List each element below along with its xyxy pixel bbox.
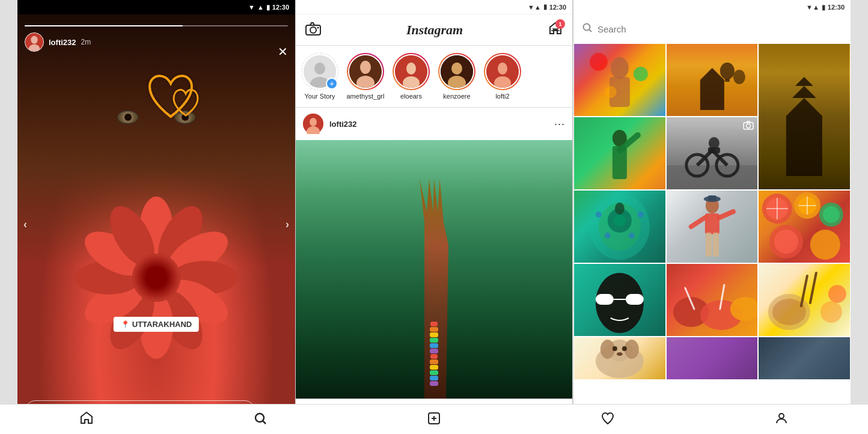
battery-icon: ▮ <box>266 4 270 11</box>
story-label-eloears: eloears <box>400 93 422 100</box>
location-text: UTTARAKHAND <box>132 320 192 329</box>
story-ring-kenzoere <box>438 53 475 90</box>
story-prev-button[interactable]: ‹ <box>23 218 27 231</box>
grid-item-dog[interactable] <box>574 337 665 379</box>
story-item-lofti2[interactable]: lofti2 <box>483 53 522 100</box>
dog-svg <box>574 337 665 379</box>
avatar-eloears <box>395 55 427 88</box>
explore-battery-icon: ▮ <box>822 4 825 11</box>
story-avatar[interactable] <box>25 32 44 52</box>
grid-item-peacock[interactable] <box>574 191 665 263</box>
your-story-item[interactable]: + Your Story <box>301 53 339 100</box>
svg-rect-59 <box>786 116 822 176</box>
svg-rect-66 <box>667 165 757 189</box>
explore-nav-heart-button[interactable] <box>601 411 615 428</box>
story-ring-inner-amethyst <box>348 54 383 89</box>
story-item-kenzoere[interactable]: kenzoere <box>438 53 476 100</box>
svg-point-46 <box>584 23 590 30</box>
svg-point-51 <box>634 67 648 81</box>
svg-point-55 <box>720 63 734 79</box>
temple-svg <box>759 44 850 189</box>
grid-item-temple-tall[interactable] <box>759 44 850 189</box>
post-more-button[interactable]: ··· <box>554 118 565 130</box>
svg-point-23 <box>314 63 325 75</box>
svg-rect-53 <box>700 80 724 110</box>
signal-icon: ▼ <box>248 4 255 11</box>
story-ring-inner-kenzoere <box>439 54 474 89</box>
your-story-label: Your Story <box>305 93 335 100</box>
story-label-amethyst: amethyst_grl <box>347 93 385 100</box>
svg-rect-87 <box>712 233 718 257</box>
svg-point-70 <box>708 137 719 149</box>
grid-item-holi[interactable] <box>574 44 665 116</box>
feed-header: Instagram 1 <box>296 14 572 46</box>
svg-point-130 <box>779 414 784 418</box>
svg-point-32 <box>451 63 462 75</box>
svg-point-81 <box>629 233 635 239</box>
svg-point-80 <box>605 233 611 239</box>
notifications-button[interactable]: 1 <box>548 22 563 38</box>
story-ring-inner-eloears <box>394 54 429 89</box>
gem-strip <box>419 322 449 386</box>
svg-point-18 <box>310 27 316 33</box>
search-input[interactable] <box>598 24 842 34</box>
grid-row-5 <box>574 337 850 379</box>
story-item-amethyst[interactable]: amethyst_grl <box>346 53 385 100</box>
svg-point-19 <box>317 26 319 28</box>
story-ring-eloears <box>393 53 430 90</box>
grid-item-balloon[interactable] <box>667 44 758 116</box>
grid-item-citrus[interactable] <box>759 191 850 263</box>
feed-signal-icon: ▼▲ <box>528 4 541 11</box>
grid-item-dark[interactable] <box>759 337 850 379</box>
grid-row-4 <box>574 264 850 336</box>
notification-badge: 1 <box>555 19 565 29</box>
svg-point-78 <box>596 212 602 218</box>
svg-point-57 <box>733 70 745 84</box>
peacock-svg <box>574 191 665 263</box>
svg-point-35 <box>498 63 507 75</box>
add-story-button[interactable]: + <box>326 78 338 90</box>
svg-point-48 <box>611 57 629 79</box>
story-item-eloears[interactable]: eloears <box>392 53 430 100</box>
performer-svg <box>574 117 665 189</box>
camera-button[interactable] <box>305 22 321 38</box>
grid-rows-1-2 <box>574 44 850 189</box>
grid-item-sunglasses[interactable] <box>574 264 665 336</box>
location-tag[interactable]: 📍 UTTARAKHAND <box>114 317 199 332</box>
story-ring-amethyst <box>347 53 384 90</box>
feed-screen: ▼▲ ▮ 12:30 Instagram 1 <box>295 0 573 434</box>
instagram-logo: Instagram <box>406 22 463 38</box>
svg-point-79 <box>638 212 644 218</box>
grid-item-dancer[interactable] <box>667 191 758 263</box>
grid-camera-icon <box>743 121 754 132</box>
post-user-info[interactable]: lofti232 <box>303 114 357 134</box>
location-pin-icon: 📍 <box>121 320 130 329</box>
svg-line-115 <box>810 273 816 303</box>
avatar-kenzoere <box>441 55 473 88</box>
feed-battery-icon: ▮ <box>543 3 547 11</box>
story-next-button[interactable]: › <box>286 218 289 231</box>
story-status-icons: ▼ ▲ ▮ 12:30 <box>248 4 289 11</box>
flower-graphic <box>72 194 240 362</box>
svg-line-89 <box>719 212 733 218</box>
grid-item-food[interactable] <box>759 264 850 336</box>
search-icon <box>582 22 593 36</box>
avatar-lofti2 <box>486 55 519 88</box>
grid-item-performer[interactable] <box>574 117 665 189</box>
avatar-amethyst <box>349 55 382 88</box>
balloon-svg <box>667 44 758 116</box>
grid-item-motorcycle[interactable] <box>667 117 758 189</box>
svg-rect-105 <box>626 294 644 305</box>
explore-bottom-nav <box>573 404 851 434</box>
explore-grid-container <box>573 43 851 404</box>
svg-line-88 <box>691 218 704 227</box>
dancer-svg <box>667 191 758 263</box>
svg-rect-85 <box>704 213 719 234</box>
story-username: lofti232 <box>49 38 76 47</box>
svg-point-38 <box>310 118 317 126</box>
explore-nav-profile-button[interactable] <box>774 411 789 428</box>
explore-screen: ▼▲ ▮ 12:30 <box>573 0 851 434</box>
grid-item-spices[interactable] <box>667 264 758 336</box>
grid-item-purple[interactable] <box>667 337 758 379</box>
story-close-button[interactable]: ✕ <box>278 44 288 59</box>
